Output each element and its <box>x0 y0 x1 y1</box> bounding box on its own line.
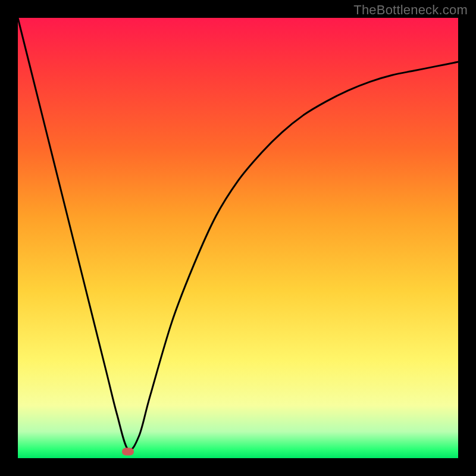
plot-area <box>18 18 458 458</box>
watermark-text: TheBottleneck.com <box>353 2 468 18</box>
minimum-marker <box>122 447 134 455</box>
chart-frame: TheBottleneck.com <box>0 0 476 476</box>
bottleneck-curve <box>18 18 458 458</box>
